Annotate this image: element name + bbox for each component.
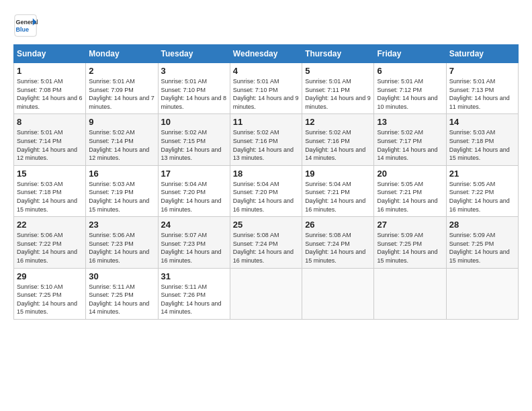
day-info: Sunrise: 5:01 AMSunset: 7:10 PMDaylight:… <box>161 77 227 111</box>
day-number: 2 <box>89 66 154 76</box>
day-number: 7 <box>449 66 515 76</box>
day-number: 17 <box>161 169 227 179</box>
day-info: Sunrise: 5:05 AMSunset: 7:22 PMDaylight:… <box>449 180 515 214</box>
day-number: 9 <box>89 117 154 127</box>
day-number: 22 <box>17 220 83 230</box>
day-number: 21 <box>449 169 515 179</box>
calendar-day-cell: 31Sunrise: 5:11 AMSunset: 7:26 PMDayligh… <box>158 268 230 319</box>
day-number: 14 <box>449 117 515 127</box>
day-number: 12 <box>305 117 371 127</box>
calendar-day-cell: 1Sunrise: 5:01 AMSunset: 7:08 PMDaylight… <box>14 63 86 114</box>
calendar-body: 1Sunrise: 5:01 AMSunset: 7:08 PMDaylight… <box>14 63 519 320</box>
day-number: 28 <box>449 220 515 230</box>
day-number: 27 <box>377 220 443 230</box>
day-number: 3 <box>161 66 227 76</box>
day-number: 18 <box>233 169 299 179</box>
calendar-day-cell: 9Sunrise: 5:02 AMSunset: 7:14 PMDaylight… <box>86 114 158 165</box>
calendar-day-cell: 6Sunrise: 5:01 AMSunset: 7:12 PMDaylight… <box>374 63 446 114</box>
calendar-day-cell <box>230 268 302 319</box>
calendar-day-cell: 3Sunrise: 5:01 AMSunset: 7:10 PMDaylight… <box>158 63 230 114</box>
day-info: Sunrise: 5:03 AMSunset: 7:19 PMDaylight:… <box>89 180 154 214</box>
day-number: 16 <box>89 169 154 179</box>
calendar-day-cell: 16Sunrise: 5:03 AMSunset: 7:19 PMDayligh… <box>86 165 158 216</box>
day-number: 8 <box>17 117 83 127</box>
day-info: Sunrise: 5:07 AMSunset: 7:23 PMDaylight:… <box>161 231 227 265</box>
day-info: Sunrise: 5:01 AMSunset: 7:12 PMDaylight:… <box>377 77 443 111</box>
calendar-day-cell: 2Sunrise: 5:01 AMSunset: 7:09 PMDaylight… <box>86 63 158 114</box>
calendar-day-cell: 5Sunrise: 5:01 AMSunset: 7:11 PMDaylight… <box>302 63 374 114</box>
calendar-week-row: 29Sunrise: 5:10 AMSunset: 7:25 PMDayligh… <box>14 268 519 319</box>
day-number: 15 <box>17 169 83 179</box>
calendar-day-cell: 11Sunrise: 5:02 AMSunset: 7:16 PMDayligh… <box>230 114 302 165</box>
day-number: 26 <box>305 220 371 230</box>
calendar-table: SundayMondayTuesdayWednesdayThursdayFrid… <box>13 44 519 320</box>
day-info: Sunrise: 5:08 AMSunset: 7:24 PMDaylight:… <box>305 231 371 265</box>
calendar-day-cell: 22Sunrise: 5:06 AMSunset: 7:22 PMDayligh… <box>14 217 86 268</box>
calendar-day-cell: 29Sunrise: 5:10 AMSunset: 7:25 PMDayligh… <box>14 268 86 319</box>
calendar-day-cell: 28Sunrise: 5:09 AMSunset: 7:25 PMDayligh… <box>446 217 518 268</box>
day-info: Sunrise: 5:11 AMSunset: 7:26 PMDaylight:… <box>161 283 227 316</box>
day-info: Sunrise: 5:04 AMSunset: 7:20 PMDaylight:… <box>233 180 299 214</box>
day-number: 10 <box>161 117 227 127</box>
calendar-day-cell: 23Sunrise: 5:06 AMSunset: 7:23 PMDayligh… <box>86 217 158 268</box>
calendar-day-cell <box>446 268 518 319</box>
calendar-day-cell: 15Sunrise: 5:03 AMSunset: 7:18 PMDayligh… <box>14 165 86 216</box>
calendar-day-cell: 4Sunrise: 5:01 AMSunset: 7:10 PMDaylight… <box>230 63 302 114</box>
calendar-day-cell <box>374 268 446 319</box>
day-info: Sunrise: 5:01 AMSunset: 7:08 PMDaylight:… <box>17 77 83 111</box>
day-info: Sunrise: 5:06 AMSunset: 7:23 PMDaylight:… <box>89 231 154 265</box>
logo: General Blue <box>13 13 38 38</box>
day-info: Sunrise: 5:01 AMSunset: 7:11 PMDaylight:… <box>305 77 371 111</box>
day-number: 31 <box>161 271 227 281</box>
day-info: Sunrise: 5:09 AMSunset: 7:25 PMDaylight:… <box>449 231 515 265</box>
day-info: Sunrise: 5:05 AMSunset: 7:21 PMDaylight:… <box>377 180 443 214</box>
weekday-header-sunday: Sunday <box>14 45 86 63</box>
day-info: Sunrise: 5:01 AMSunset: 7:13 PMDaylight:… <box>449 77 515 111</box>
calendar-day-cell: 10Sunrise: 5:02 AMSunset: 7:15 PMDayligh… <box>158 114 230 165</box>
day-info: Sunrise: 5:03 AMSunset: 7:18 PMDaylight:… <box>17 180 83 214</box>
calendar-day-cell: 26Sunrise: 5:08 AMSunset: 7:24 PMDayligh… <box>302 217 374 268</box>
day-info: Sunrise: 5:09 AMSunset: 7:25 PMDaylight:… <box>377 231 443 265</box>
calendar-day-cell: 12Sunrise: 5:02 AMSunset: 7:16 PMDayligh… <box>302 114 374 165</box>
calendar-day-cell: 8Sunrise: 5:01 AMSunset: 7:14 PMDaylight… <box>14 114 86 165</box>
day-number: 1 <box>17 66 83 76</box>
day-info: Sunrise: 5:01 AMSunset: 7:14 PMDaylight:… <box>17 128 83 162</box>
calendar-week-row: 8Sunrise: 5:01 AMSunset: 7:14 PMDaylight… <box>14 114 519 165</box>
day-info: Sunrise: 5:08 AMSunset: 7:24 PMDaylight:… <box>233 231 299 265</box>
calendar-day-cell: 24Sunrise: 5:07 AMSunset: 7:23 PMDayligh… <box>158 217 230 268</box>
weekday-header-thursday: Thursday <box>302 45 374 63</box>
day-number: 24 <box>161 220 227 230</box>
day-number: 30 <box>89 271 154 281</box>
day-number: 25 <box>233 220 299 230</box>
day-info: Sunrise: 5:01 AMSunset: 7:10 PMDaylight:… <box>233 77 299 111</box>
weekday-header-tuesday: Tuesday <box>158 45 230 63</box>
day-info: Sunrise: 5:02 AMSunset: 7:14 PMDaylight:… <box>89 128 154 162</box>
day-number: 23 <box>89 220 154 230</box>
calendar-day-cell: 18Sunrise: 5:04 AMSunset: 7:20 PMDayligh… <box>230 165 302 216</box>
day-number: 29 <box>17 271 83 281</box>
weekday-header-monday: Monday <box>86 45 158 63</box>
svg-text:Blue: Blue <box>16 26 30 33</box>
day-number: 5 <box>305 66 371 76</box>
weekday-header-wednesday: Wednesday <box>230 45 302 63</box>
page-header: General Blue <box>13 13 519 38</box>
calendar-day-cell: 21Sunrise: 5:05 AMSunset: 7:22 PMDayligh… <box>446 165 518 216</box>
day-number: 4 <box>233 66 299 76</box>
calendar-day-cell: 13Sunrise: 5:02 AMSunset: 7:17 PMDayligh… <box>374 114 446 165</box>
day-info: Sunrise: 5:02 AMSunset: 7:15 PMDaylight:… <box>161 128 227 162</box>
day-info: Sunrise: 5:04 AMSunset: 7:21 PMDaylight:… <box>305 180 371 214</box>
day-number: 11 <box>233 117 299 127</box>
day-number: 13 <box>377 117 443 127</box>
logo-icon: General Blue <box>13 13 38 38</box>
day-number: 19 <box>305 169 371 179</box>
day-info: Sunrise: 5:11 AMSunset: 7:25 PMDaylight:… <box>89 283 154 316</box>
day-info: Sunrise: 5:01 AMSunset: 7:09 PMDaylight:… <box>89 77 154 111</box>
day-info: Sunrise: 5:06 AMSunset: 7:22 PMDaylight:… <box>17 231 83 265</box>
calendar-day-cell: 25Sunrise: 5:08 AMSunset: 7:24 PMDayligh… <box>230 217 302 268</box>
calendar-day-cell <box>302 268 374 319</box>
day-number: 6 <box>377 66 443 76</box>
calendar-day-cell: 30Sunrise: 5:11 AMSunset: 7:25 PMDayligh… <box>86 268 158 319</box>
weekday-header-friday: Friday <box>374 45 446 63</box>
day-info: Sunrise: 5:04 AMSunset: 7:20 PMDaylight:… <box>161 180 227 214</box>
day-info: Sunrise: 5:10 AMSunset: 7:25 PMDaylight:… <box>17 283 83 316</box>
